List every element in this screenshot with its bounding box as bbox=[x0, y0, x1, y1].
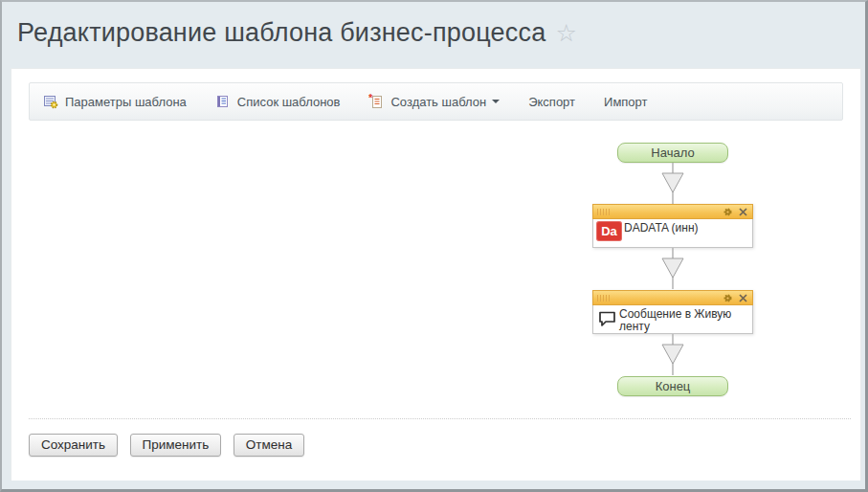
chevron-down-icon bbox=[492, 100, 500, 103]
flow-end-node: Конец bbox=[617, 376, 728, 396]
activity-title: DADATA (инн) bbox=[624, 221, 699, 235]
toolbar-item-create-template[interactable]: * Создать шаблон bbox=[368, 94, 500, 109]
toolbar-item-label: Экспорт bbox=[528, 95, 575, 109]
cancel-button[interactable]: Отмена bbox=[234, 434, 304, 457]
activity-header[interactable] bbox=[592, 204, 753, 219]
activity-close-icon[interactable] bbox=[739, 294, 747, 302]
activity-block-livefeed-message[interactable]: Сообщение в Живую ленту bbox=[592, 290, 753, 334]
toolbar: Параметры шаблона Список шаблонов bbox=[29, 82, 843, 121]
toolbar-item-label: Параметры шаблона bbox=[65, 95, 187, 109]
content-panel: Параметры шаблона Список шаблонов bbox=[11, 68, 861, 481]
toolbar-item-label: Создать шаблон bbox=[390, 95, 486, 109]
page-header: Редактирование шаблона бизнес-процесса ☆ bbox=[17, 13, 577, 52]
flow-arrow-down bbox=[660, 248, 685, 289]
toolbar-item-export[interactable]: Экспорт bbox=[528, 95, 575, 109]
activity-header[interactable] bbox=[592, 290, 753, 305]
apply-button[interactable]: Применить bbox=[130, 434, 222, 457]
toolbar-item-label: Импорт bbox=[604, 95, 647, 109]
flow-start-node: Начало bbox=[617, 143, 728, 163]
drag-handle-icon[interactable] bbox=[597, 295, 610, 302]
footer-buttons: Сохранить Применить Отмена bbox=[11, 419, 860, 457]
activity-close-icon[interactable] bbox=[739, 208, 747, 216]
template-list-icon bbox=[215, 94, 231, 109]
activity-settings-gear-icon[interactable] bbox=[723, 293, 733, 303]
dadata-logo: Da bbox=[596, 221, 622, 241]
livefeed-message-icon bbox=[598, 310, 617, 327]
activity-title: Сообщение в Живую ленту bbox=[619, 307, 749, 333]
toolbar-item-import[interactable]: Импорт bbox=[604, 95, 647, 109]
flow-arrow-down bbox=[660, 334, 685, 375]
toolbar-item-template-list[interactable]: Список шаблонов bbox=[215, 94, 341, 109]
app-window: Редактирование шаблона бизнес-процесса ☆… bbox=[0, 0, 868, 492]
activity-body: Сообщение в Живую ленту bbox=[592, 305, 753, 334]
flow-arrow-down bbox=[660, 163, 685, 204]
template-create-icon: * bbox=[368, 94, 384, 109]
toolbar-item-label: Список шаблонов bbox=[237, 95, 341, 109]
drag-handle-icon[interactable] bbox=[597, 209, 610, 215]
favorite-star-icon[interactable]: ☆ bbox=[555, 18, 576, 47]
template-settings-icon bbox=[43, 94, 58, 109]
svg-text:*: * bbox=[368, 94, 373, 103]
toolbar-item-template-params[interactable]: Параметры шаблона bbox=[43, 94, 187, 109]
save-button[interactable]: Сохранить bbox=[29, 434, 118, 457]
activity-body: Da DADATA (инн) bbox=[592, 219, 753, 248]
activity-settings-gear-icon[interactable] bbox=[723, 207, 733, 217]
activity-block-dadata[interactable]: Da DADATA (инн) bbox=[592, 204, 753, 248]
workflow-canvas: Начало bbox=[11, 121, 860, 418]
page-title: Редактирование шаблона бизнес-процесса bbox=[17, 15, 545, 50]
